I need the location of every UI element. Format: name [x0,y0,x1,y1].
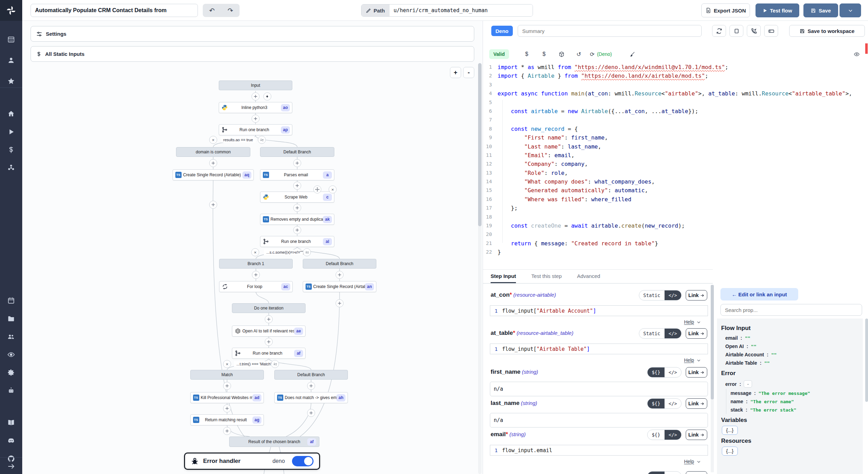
save-button[interactable]: Save [803,3,838,17]
package-icon[interactable] [555,49,568,59]
flow-node-create-single-record-airtable[interactable]: TSCreate Single Record (Airtable)an [303,281,376,292]
home-icon[interactable] [5,108,17,120]
insert-step-button[interactable] [336,299,344,307]
remove-branch-button[interactable]: × [209,136,217,144]
insert-step-button[interactable] [252,93,260,101]
tab-step-input[interactable]: Step Input [491,270,516,283]
play-icon[interactable] [5,126,17,138]
sync-icon[interactable] [712,25,726,37]
delete-node-button[interactable]: × [329,186,337,194]
insert-step-button[interactable] [223,427,231,435]
remove-branch-button[interactable]: × [223,360,231,368]
search-prop-input[interactable] [720,304,862,316]
prop-tree-scrollbar-thumb[interactable] [865,319,868,402]
collapse-chip[interactable]: - [744,380,752,388]
prop-row-stack[interactable]: stack:"The error stack" [726,406,859,414]
link-button-at_con[interactable]: Link [686,290,707,301]
save-dropdown-button[interactable] [840,3,861,17]
summary-input[interactable] [518,25,702,37]
link-button-last_name[interactable]: Link [686,398,707,409]
flow-node-run-one-branch[interactable]: Run one branchap [219,124,292,135]
flow-node-default-branch[interactable]: Default Branch [303,259,376,269]
test-flow-button[interactable]: Test flow [756,3,799,17]
help-link[interactable]: Help [684,459,701,464]
prop-row-airtable-table[interactable]: Airtable Table:"" [721,359,859,367]
expr-editor-email[interactable]: 1flow_input.email [490,445,708,456]
flow-node-parses-email[interactable]: TSParses emaila [260,169,334,180]
gear-icon[interactable] [5,366,17,379]
help-link[interactable]: Help [684,319,701,325]
arrow-right-icon[interactable] [5,460,17,473]
tab-test-this-step[interactable]: Test this step [531,270,562,283]
insert-step-button[interactable] [293,159,301,167]
insert-step-button[interactable] [252,115,260,123]
spinner-icon[interactable] [5,162,17,174]
static-mode-option[interactable]: ${} [648,399,664,408]
folder-icon[interactable] [5,312,17,325]
input-mode-toggle-cutoff[interactable]: ${}</> [647,471,682,474]
flow-title-input[interactable] [31,4,198,17]
code-mode-option[interactable]: </> [665,430,681,440]
flow-node-input[interactable]: Input [219,81,292,90]
link-button-first_name[interactable]: Link [686,367,707,378]
prop-row-error[interactable]: error:- [721,379,859,389]
discord-icon[interactable] [5,434,17,447]
flow-node-inline-python3[interactable]: Inline python3ao [219,102,292,113]
prop-row-message[interactable]: message:"The error message" [726,389,859,397]
prop-row-airtable-account[interactable]: Airtable Account:"" [721,350,859,359]
input-mode-toggle-at_table[interactable]: Static</> [639,328,682,339]
insert-step-button[interactable] [265,315,273,323]
flow-node-does-not-match-gives-empty-value[interactable]: TSDoes not match -> gives empty valueah [274,392,348,403]
star-icon[interactable] [5,75,17,87]
export-json-button[interactable]: Export JSON [701,3,750,17]
book-icon[interactable] [5,416,17,429]
insert-step-button[interactable] [307,382,315,390]
flow-node-run-one-branch[interactable]: Run one branchal [260,236,334,247]
flow-node-removes-empty-and-duplicates[interactable]: TSRemoves empty and duplicatesak [260,214,334,225]
prop-row-email[interactable]: email:"" [721,334,859,342]
variables-chip[interactable]: {...} [722,426,738,435]
insert-step-button[interactable] [293,182,301,190]
redo-icon[interactable]: ↷ [228,7,233,14]
flow-node-open-ai-to-tell-if-relevant-result[interactable]: Open AI to tell if relevant resultae [232,325,306,337]
reload-deno-button[interactable]: ⟳ (Deno) [590,49,612,59]
value-input-first_name[interactable] [490,382,708,396]
flow-scrollbar-thumb[interactable] [478,63,482,226]
link-button-email[interactable]: Link [686,430,707,440]
insert-step-button[interactable] [223,405,231,413]
flow-node-run-one-branch[interactable]: Run one branchaf [232,348,306,359]
user-icon[interactable] [5,54,17,67]
users-icon[interactable] [5,330,17,343]
app-window-icon[interactable] [5,33,17,46]
phone-incoming-icon[interactable] [747,25,761,37]
flow-node-branch-1[interactable]: Branch 1 [219,259,293,269]
trigger-bolt-icon[interactable] [264,93,272,101]
flow-node-default-branch[interactable]: Default Branch [274,370,348,380]
dollar-icon[interactable] [5,144,17,156]
swap-branches-icon[interactable] [258,136,266,144]
resources-chip[interactable]: {...} [722,447,738,456]
static-mode-option[interactable]: Static [639,290,665,300]
flow-node-default-branch[interactable]: Default Branch [260,147,334,157]
code-mode-option[interactable]: </> [665,367,681,377]
insert-step-button[interactable] [293,204,301,212]
help-link[interactable]: Help [684,357,701,363]
flow-node-do-one-iteration[interactable]: Do one iteration [232,303,306,313]
insert-step-button[interactable] [293,226,301,234]
value-input-last_name[interactable] [490,413,708,428]
robot-icon[interactable] [5,384,17,397]
move-node-handle[interactable] [314,186,322,194]
insert-step-button[interactable] [336,271,344,279]
path-label[interactable]: Path [361,5,390,16]
input-mode-toggle-first_name[interactable]: ${}</> [647,367,682,378]
calendar-icon[interactable] [5,294,17,307]
save-to-workspace-button[interactable]: Save to workspace [789,25,865,37]
insert-step-button[interactable] [252,271,260,279]
undo-icon[interactable]: ↶ [209,7,215,14]
prop-row-open-ai[interactable]: Open AI:"" [721,342,859,350]
code-editor[interactable]: 1import * as wmill from "https://deno.la… [483,61,868,269]
edit-or-link-input-button[interactable]: ← Edit or link an input [720,288,798,301]
dollar-var-icon[interactable]: $ [520,49,533,59]
flow-node-for-loop[interactable]: For loopac [219,281,293,292]
flow-node-match[interactable]: Match [190,370,264,380]
